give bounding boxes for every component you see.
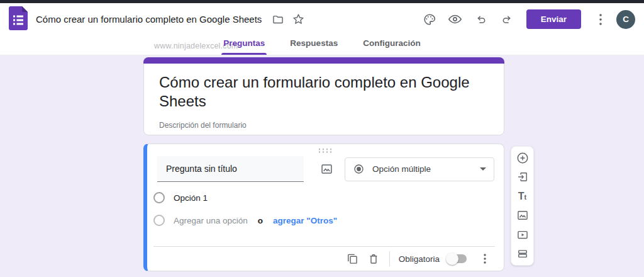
add-option-text[interactable]: Agregar una opción (174, 216, 248, 225)
question-type-dropdown[interactable]: Opción múltiple (345, 157, 494, 181)
form-description[interactable]: Descripción del formulario (159, 121, 489, 130)
star-icon[interactable] (289, 11, 307, 28)
option-label[interactable]: Opción 1 (174, 193, 208, 203)
add-title-description-icon[interactable]: Tt (514, 188, 531, 205)
question-type-value: Opción múltiple (372, 164, 431, 174)
redo-icon[interactable] (497, 9, 517, 30)
add-option-conjunction: o (258, 216, 263, 225)
side-toolbar: Tt (511, 146, 534, 266)
tab-bar: www.ninjadelexcel.com Preguntas Respuest… (0, 35, 644, 55)
app-bar: Cómo crear un formulario completo en Goo… (0, 3, 644, 35)
add-image-icon[interactable] (514, 207, 531, 223)
duplicate-icon[interactable] (341, 248, 363, 269)
add-question-image-icon[interactable] (320, 162, 333, 176)
delete-icon[interactable] (363, 248, 384, 269)
question-more-options-icon[interactable] (474, 248, 496, 269)
form-theme-bar (143, 57, 504, 64)
question-card: Pregunta sin título Opción múltiple Opci… (143, 144, 504, 271)
question-header-row: Pregunta sin título Opción múltiple (157, 156, 494, 182)
form-title[interactable]: Cómo crear un formulario completo en Goo… (159, 73, 489, 111)
google-forms-logo-icon[interactable] (9, 6, 28, 33)
add-video-icon[interactable] (514, 227, 531, 243)
option-radio[interactable] (153, 192, 165, 203)
add-option-row: Agregar una opción o agregar "Otros" (153, 215, 337, 226)
import-questions-icon[interactable] (514, 169, 531, 185)
tab-respuestas[interactable]: Respuestas (288, 35, 340, 55)
question-footer: Obligatoria (153, 247, 496, 271)
tab-preguntas[interactable]: Preguntas (221, 35, 267, 55)
add-option-radio[interactable] (153, 215, 165, 226)
account-avatar[interactable]: C (616, 10, 635, 29)
required-label: Obligatoria (399, 254, 440, 264)
kebab-menu-icon[interactable] (591, 9, 611, 30)
multiple-choice-icon (353, 163, 365, 175)
option-row: Opción 1 (153, 192, 208, 203)
preview-eye-icon[interactable] (445, 9, 465, 30)
form-editor-canvas: Cómo crear un formulario completo en Goo… (0, 55, 644, 277)
move-to-folder-icon[interactable] (269, 11, 287, 28)
add-section-icon[interactable] (514, 246, 531, 262)
drag-handle-icon[interactable] (318, 148, 333, 153)
tab-configuracion[interactable]: Configuración (361, 35, 423, 55)
footer-divider (389, 251, 390, 266)
add-question-icon[interactable] (514, 150, 531, 166)
add-other-link[interactable]: agregar "Otros" (273, 216, 337, 225)
document-title[interactable]: Cómo crear un formulario completo en Goo… (36, 14, 262, 25)
question-title-input[interactable]: Pregunta sin título (157, 156, 304, 182)
dropdown-caret-icon (480, 167, 486, 171)
appbar-actions: Enviar C (419, 9, 635, 30)
send-button[interactable]: Enviar (526, 9, 581, 29)
theme-palette-icon[interactable] (419, 9, 440, 30)
required-toggle[interactable] (446, 254, 467, 263)
tabs: Preguntas Respuestas Configuración (221, 35, 422, 55)
form-title-card: Cómo crear un formulario completo en Goo… (143, 57, 504, 135)
undo-icon[interactable] (471, 9, 491, 30)
